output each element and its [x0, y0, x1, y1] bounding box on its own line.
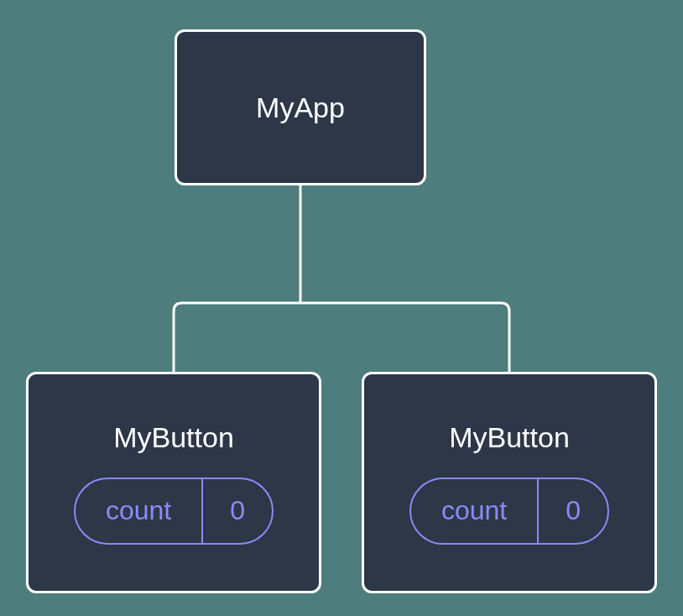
state-pill-right: count 0 — [409, 478, 609, 545]
state-value-left: 0 — [203, 479, 272, 543]
node-myapp-label: MyApp — [256, 91, 345, 124]
node-mybutton-right-label: MyButton — [449, 421, 570, 454]
state-pill-left: count 0 — [74, 478, 274, 545]
node-mybutton-left: MyButton count 0 — [26, 372, 321, 593]
tree-connector — [0, 185, 683, 372]
state-value-right: 0 — [539, 479, 607, 543]
state-name-left: count — [76, 479, 203, 543]
state-name-right: count — [411, 479, 539, 543]
node-mybutton-left-label: MyButton — [113, 421, 234, 454]
node-myapp: MyApp — [175, 29, 426, 185]
node-mybutton-right: MyButton count 0 — [362, 372, 657, 593]
